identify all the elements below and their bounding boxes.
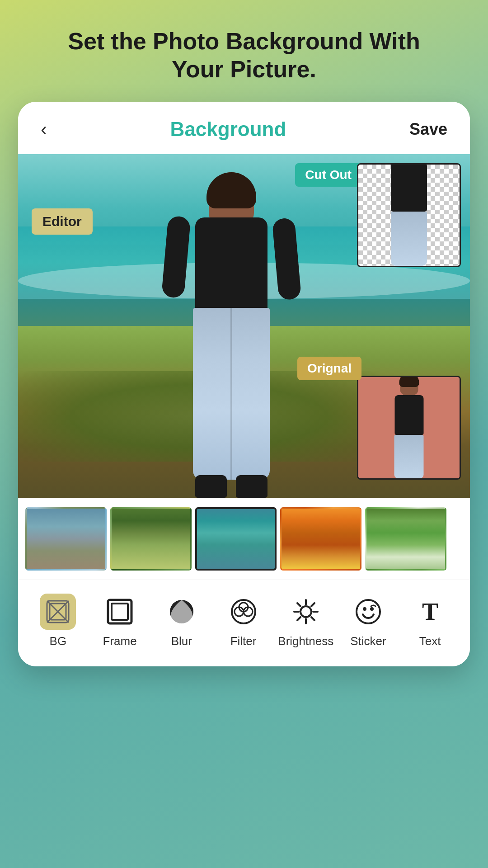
- original-label: Orignal: [297, 357, 361, 380]
- toolbar: BG Frame: [18, 580, 470, 666]
- cutout-thumbnail[interactable]: [357, 163, 461, 267]
- brightness-label: Brightness: [278, 634, 333, 648]
- tool-text[interactable]: T Text: [403, 594, 457, 648]
- app-title: Set the Photo Background With Your Pictu…: [0, 0, 488, 102]
- svg-rect-5: [112, 604, 128, 620]
- bg-thumb-4[interactable]: [280, 507, 361, 571]
- main-image-area: Editor Cut Out: [18, 154, 470, 498]
- header-title: Background: [170, 118, 286, 141]
- tool-brightness[interactable]: Brightness: [278, 594, 333, 648]
- svg-point-20: [357, 600, 380, 623]
- svg-point-11: [300, 606, 311, 617]
- blur-icon: [164, 594, 200, 630]
- svg-line-16: [297, 603, 300, 606]
- original-thumbnail[interactable]: [357, 376, 461, 480]
- bg-icon: [40, 594, 76, 630]
- bg-thumb-3[interactable]: [195, 507, 277, 571]
- bg-thumb-1[interactable]: [25, 507, 107, 571]
- main-person: [168, 172, 295, 498]
- save-button[interactable]: Save: [409, 120, 447, 139]
- svg-line-19: [297, 617, 300, 620]
- filter-label: Filter: [230, 634, 257, 648]
- svg-line-18: [311, 603, 314, 606]
- main-photo: Editor Cut Out: [18, 154, 470, 498]
- bg-label: BG: [50, 634, 67, 648]
- bg-thumb-5[interactable]: [365, 507, 446, 571]
- svg-text:T: T: [422, 598, 438, 625]
- frame-label: Frame: [103, 634, 137, 648]
- bg-thumb-2[interactable]: [110, 507, 192, 571]
- svg-line-17: [311, 617, 314, 620]
- text-icon: T: [412, 594, 448, 630]
- cutout-label: Cut Out: [295, 163, 361, 187]
- header: ‹ Background Save: [18, 102, 470, 154]
- tool-sticker[interactable]: Sticker: [341, 594, 395, 648]
- bg-thumbnails-strip: [18, 498, 470, 580]
- tool-blur[interactable]: Blur: [155, 594, 209, 648]
- frame-icon: [102, 594, 138, 630]
- editor-card: ‹ Background Save: [18, 102, 470, 666]
- blur-label: Blur: [171, 634, 192, 648]
- editor-label: Editor: [32, 208, 93, 235]
- filter-icon: [225, 594, 262, 630]
- tool-frame[interactable]: Frame: [93, 594, 147, 648]
- tool-filter[interactable]: Filter: [216, 594, 271, 648]
- sticker-icon: [350, 594, 386, 630]
- sticker-label: Sticker: [350, 634, 386, 648]
- svg-point-21: [363, 607, 366, 611]
- tool-bg[interactable]: BG: [31, 594, 85, 648]
- brightness-icon: [288, 594, 324, 630]
- back-button[interactable]: ‹: [41, 118, 47, 140]
- svg-point-22: [370, 607, 374, 611]
- text-label: Text: [419, 634, 441, 648]
